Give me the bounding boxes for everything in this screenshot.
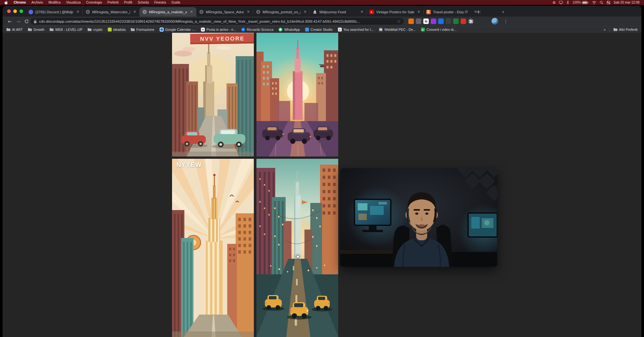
bookmark-growth[interactable]: Growth [28,28,44,31]
tab-discord[interactable]: (2765) Discord | @Midjou × [26,7,83,17]
wifi-icon[interactable] [592,1,596,4]
bookmark-creator-studio[interactable]: Creator Studio [305,28,333,31]
bookmark-star-icon[interactable]: ☆ [397,19,401,24]
bookmark-google-calendar[interactable]: Google Calendar -... [160,28,196,31]
tab-close-icon[interactable]: × [303,10,307,14]
back-button[interactable]: ← [6,18,14,25]
tab-midjourney-feed[interactable]: Midjourney Feed × [310,7,367,17]
battery-indicator[interactable]: 100% [573,1,588,4]
control-center-icon[interactable] [607,1,610,4]
bookmark-label: WhatsApp [284,28,300,31]
gmail-favicon: M [201,28,205,31]
midjourney-image-grid[interactable]: NVV YEOORE [172,33,338,337]
window-controls [7,9,23,13]
close-window-button[interactable] [7,9,11,13]
poster-sign-text: NVV YEOORE [191,34,254,44]
sailboat-favicon [313,10,317,14]
bookmark-ai-art[interactable]: AI ART [6,28,23,31]
tab-close-icon[interactable]: × [360,10,364,14]
address-bar[interactable]: cdn.discordapp.com/attachments/101351233… [31,18,404,25]
bookmark-webmail-pec[interactable]: WebMail PEC - De... [379,28,416,31]
tab-realistic-view-active[interactable]: MRregista_a_realistic_vie... × [140,7,196,17]
forward-button[interactable]: → [14,18,22,25]
spotlight-icon[interactable] [600,1,603,4]
bookmark-web-level-up[interactable]: WEB - LEVEL-UP [50,28,82,31]
bookmark-whatsapp[interactable]: WhatsApp [279,28,300,31]
menu-preferiti[interactable]: Preferiti [107,1,118,4]
extension-icon[interactable] [446,19,451,24]
menu-chrome[interactable]: Chrome [14,1,26,4]
whatsapp-favicon [279,28,282,31]
extension-icon[interactable] [431,19,436,24]
menu-cronologia[interactable]: Cronologia [86,1,102,4]
poster-sign-text: NYYEW [176,161,202,168]
tab-close-icon[interactable]: × [76,10,80,14]
profile-avatar[interactable] [491,18,498,25]
bookmark-formazione[interactable]: Formazione [131,28,154,31]
menu-scheda[interactable]: Scheda [138,1,149,4]
bookmarks-right: » | Altri Preferiti [604,28,638,31]
bookmark-crypto[interactable]: crypto [88,28,103,31]
menu-archivio[interactable]: Archivio [31,1,43,4]
poster-new-york-top-right[interactable] [256,33,338,156]
bookmarks-bar: AI ART Growth WEB - LEVEL-UP crypto idea… [3,26,641,33]
tab-watercolor[interactable]: MRregista_Watercolor_Pa... × [83,7,140,17]
bookmark-converti-video[interactable]: ▶ Converti i video di... [421,28,456,31]
extension-icon[interactable] [453,19,459,24]
record-indicator-icon[interactable] [553,1,555,4]
tab-portrait[interactable]: MRregista_portrait_on_a... × [253,7,310,17]
menu-guida[interactable]: Guida [171,1,180,4]
tab-close-icon[interactable]: × [246,10,251,14]
menu-visualizza[interactable]: Visualizza [66,1,81,4]
extension-icon[interactable] [461,19,466,24]
tab-space-adventure[interactable]: MRregista_Space_Advent... × [196,7,253,17]
tab-close-icon[interactable]: × [132,10,137,14]
tab-label: Midjourney Feed [319,10,357,14]
bookmark-label: WebMail PEC - De... [384,28,416,31]
globe-favicon [85,10,90,14]
bookmark-idealista[interactable]: idealista [108,28,126,31]
apple-menu[interactable] [5,1,8,5]
bluetooth-icon[interactable] [566,1,569,4]
poster-new-york-bottom-left[interactable]: NYYEW [172,159,254,337]
bookmark-label: Google Calendar -... [165,28,196,31]
notion-extension-icon[interactable]: N [423,19,429,24]
extension-icon[interactable] [416,19,421,24]
tab-vintage-posters[interactable]: ▶ Vintage Posters for Sale | ... × [367,7,424,17]
bookmark-label: Formazione [136,28,154,31]
bookmark-you-searched[interactable]: G You searched for I... [338,28,374,31]
extensions-puzzle-icon[interactable] [468,19,474,24]
menu-modifica[interactable]: Modifica [48,1,60,4]
menubar-status: 100% Sab 25 mar 12:08 [553,1,639,4]
poster-2-illustration [256,33,338,156]
menu-profili[interactable]: Profili [124,1,132,4]
tab-search-chevron-icon[interactable]: ∨ [500,8,506,15]
tab-label: MRregista_Space_Advent... [206,10,244,14]
poster-new-york-top-left[interactable]: NVV YEOORE [172,33,254,156]
bookmark-label: You searched for I... [343,28,374,31]
creator-studio-favicon [305,28,309,31]
extension-icon[interactable] [438,19,444,24]
tab-label: MRregista_portrait_on_a... [263,10,301,14]
tab-etsy[interactable]: E Travel poster - Etsy IT × [424,7,480,17]
menubar-clock[interactable]: Sab 25 mar 12:08 [614,1,640,4]
poster-new-york-bottom-right[interactable] [256,159,338,337]
bookmark-riccardo-scrocca[interactable]: f Riccardo Scrocca [241,28,273,31]
extension-icon[interactable] [408,19,414,24]
bookmark-posta[interactable]: M Posta in arrivo - ri... [201,28,236,31]
other-bookmarks-folder[interactable]: Altri Preferiti [613,28,638,31]
tab-close-icon[interactable]: × [416,10,421,14]
tabs: (2765) Discord | @Midjou × MRregista_Wat… [26,7,480,17]
bookmarks-overflow-icon[interactable]: » [604,28,606,31]
tab-close-icon[interactable]: × [189,10,194,14]
reload-button[interactable] [23,18,31,25]
globe-favicon [199,10,204,14]
bookmark-label: WEB - LEVEL-UP [55,28,82,31]
browser-menu-kebab-icon[interactable]: ⋮ [502,18,509,25]
new-tab-button[interactable]: + [475,8,482,16]
menu-finestra[interactable]: Finestra [154,1,166,4]
zoom-window-button[interactable] [19,9,23,13]
bookmark-label: Converti i video di... [427,28,456,31]
minimize-window-button[interactable] [13,9,17,13]
display-icon[interactable] [559,1,563,4]
